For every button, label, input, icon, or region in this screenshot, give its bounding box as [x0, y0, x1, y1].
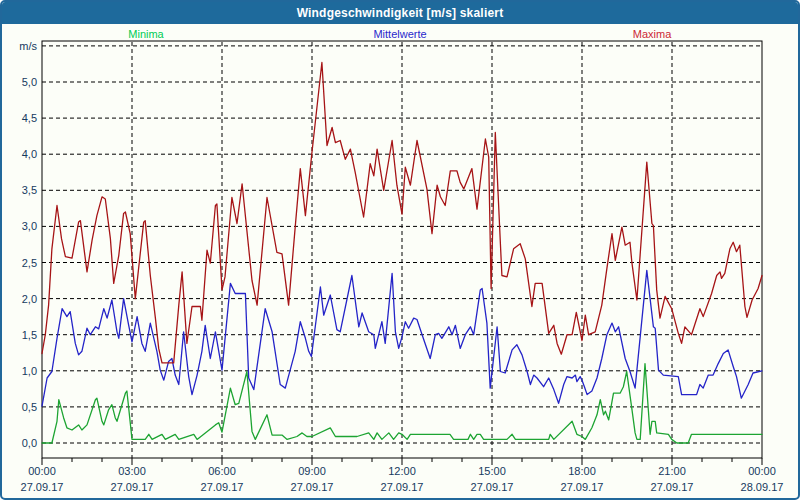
- svg-text:27.09.17: 27.09.17: [201, 481, 244, 493]
- svg-text:0,5: 0,5: [22, 401, 37, 413]
- svg-text:27.09.17: 27.09.17: [651, 481, 694, 493]
- svg-text:3,5: 3,5: [22, 184, 37, 196]
- svg-text:27.09.17: 27.09.17: [111, 481, 154, 493]
- svg-text:2,0: 2,0: [22, 293, 37, 305]
- svg-text:m/s: m/s: [19, 40, 37, 52]
- svg-text:00:00: 00:00: [748, 465, 776, 477]
- chart-svg: m/s5,04,54,03,53,02,52,01,51,00,50,000:0…: [2, 2, 798, 498]
- svg-text:18:00: 18:00: [568, 465, 596, 477]
- svg-text:1,5: 1,5: [22, 329, 37, 341]
- svg-text:09:00: 09:00: [298, 465, 326, 477]
- svg-text:27.09.17: 27.09.17: [381, 481, 424, 493]
- svg-text:00:00: 00:00: [28, 465, 56, 477]
- chart-window: Windgeschwindigkeit [m/s] skaliert Minim…: [0, 0, 800, 500]
- svg-text:27.09.17: 27.09.17: [291, 481, 334, 493]
- svg-text:12:00: 12:00: [388, 465, 416, 477]
- svg-text:15:00: 15:00: [478, 465, 506, 477]
- svg-text:21:00: 21:00: [658, 465, 686, 477]
- svg-text:28.09.17: 28.09.17: [741, 481, 784, 493]
- svg-text:2,5: 2,5: [22, 257, 37, 269]
- svg-text:06:00: 06:00: [208, 465, 236, 477]
- svg-text:27.09.17: 27.09.17: [561, 481, 604, 493]
- svg-text:4,0: 4,0: [22, 148, 37, 160]
- svg-text:1,0: 1,0: [22, 365, 37, 377]
- svg-text:4,5: 4,5: [22, 112, 37, 124]
- svg-text:27.09.17: 27.09.17: [21, 481, 64, 493]
- svg-text:03:00: 03:00: [118, 465, 146, 477]
- svg-text:27.09.17: 27.09.17: [471, 481, 514, 493]
- svg-text:3,0: 3,0: [22, 220, 37, 232]
- svg-text:0,0: 0,0: [22, 437, 37, 449]
- svg-text:5,0: 5,0: [22, 76, 37, 88]
